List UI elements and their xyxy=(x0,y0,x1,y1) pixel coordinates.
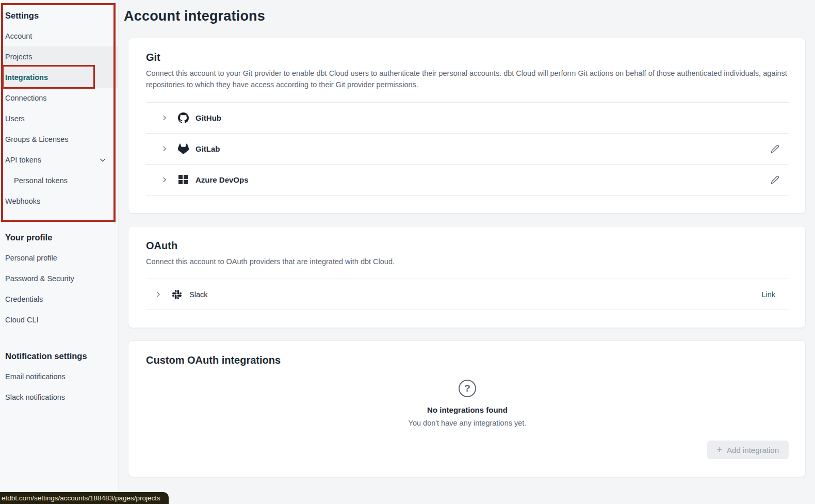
provider-row-azure-devops[interactable]: Azure DevOps xyxy=(146,165,789,196)
sidebar-item-webhooks[interactable]: Webhooks xyxy=(0,191,118,212)
github-icon xyxy=(177,112,189,123)
provider-name: Slack xyxy=(189,290,207,299)
provider-row-github[interactable]: GitHub xyxy=(146,103,789,134)
empty-state: ? No integrations found You don't have a… xyxy=(146,380,789,427)
settings-sidebar: Settings Account Projects Integrations C… xyxy=(0,0,119,504)
provider-row-slack[interactable]: Slack Link xyxy=(146,279,789,310)
custom-oauth-section-title: Custom OAuth integrations xyxy=(146,354,789,366)
chevron-right-icon[interactable] xyxy=(160,114,168,122)
sidebar-section-title-notification-settings: Notification settings xyxy=(0,346,118,366)
oauth-section-title: OAuth xyxy=(146,240,789,252)
card-footer: + Add integration xyxy=(146,441,789,459)
status-bar-url: etdbt.com/settings/accounts/188483/pages… xyxy=(0,492,169,504)
provider-name: GitHub xyxy=(195,113,221,122)
sidebar-item-personal-profile[interactable]: Personal profile xyxy=(0,248,118,268)
chevron-right-icon[interactable] xyxy=(154,290,162,298)
sidebar-item-email-notifications[interactable]: Email notifications xyxy=(0,366,118,387)
oauth-card: OAuth Connect this account to OAuth prov… xyxy=(128,226,806,329)
sidebar-item-users[interactable]: Users xyxy=(0,108,118,129)
chevron-right-icon[interactable] xyxy=(160,145,168,153)
gitlab-icon xyxy=(177,143,189,154)
add-integration-label: Add integration xyxy=(727,446,779,454)
sidebar-item-groups-licenses[interactable]: Groups & Licenses xyxy=(0,129,118,150)
sidebar-item-personal-tokens[interactable]: Personal tokens xyxy=(0,170,118,191)
slack-link-action[interactable]: Link xyxy=(761,290,775,299)
provider-row-gitlab[interactable]: GitLab xyxy=(146,134,789,165)
chevron-right-icon[interactable] xyxy=(160,176,168,184)
sidebar-item-account[interactable]: Account xyxy=(0,26,118,46)
git-section-description: Connect this account to your Git provide… xyxy=(146,68,789,91)
empty-state-title: No integrations found xyxy=(427,405,508,414)
question-circle-icon: ? xyxy=(459,380,476,397)
sidebar-item-projects[interactable]: Projects xyxy=(0,46,118,67)
chevron-down-icon xyxy=(99,156,107,164)
plus-icon: + xyxy=(717,445,723,454)
sidebar-section-title-your-profile: Your profile xyxy=(0,227,118,248)
sidebar-item-credentials[interactable]: Credentials xyxy=(0,289,118,310)
page-title: Account integrations xyxy=(124,8,806,24)
sidebar-item-slack-notifications[interactable]: Slack notifications xyxy=(0,387,118,408)
oauth-section-description: Connect this account to OAuth providers … xyxy=(146,256,789,268)
custom-oauth-card: Custom OAuth integrations ? No integrati… xyxy=(128,340,806,477)
sidebar-item-integrations[interactable]: Integrations xyxy=(0,67,118,88)
git-provider-list: GitHub GitLab xyxy=(146,102,789,196)
provider-name: Azure DevOps xyxy=(195,175,249,184)
sidebar-item-label: API tokens xyxy=(5,156,41,164)
sidebar-item-cloud-cli[interactable]: Cloud CLI xyxy=(0,310,118,330)
git-integrations-card: Git Connect this account to your Git pro… xyxy=(128,38,806,214)
slack-icon xyxy=(171,290,183,299)
empty-state-subtitle: You don't have any integrations yet. xyxy=(409,419,527,427)
edit-pencil-icon[interactable] xyxy=(769,142,781,155)
git-section-title: Git xyxy=(146,52,789,63)
provider-name: GitLab xyxy=(195,144,220,153)
azure-devops-icon xyxy=(177,175,189,184)
edit-pencil-icon[interactable] xyxy=(769,173,781,186)
main-content: Account integrations Git Connect this ac… xyxy=(119,0,815,504)
add-integration-button[interactable]: + Add integration xyxy=(707,441,789,459)
sidebar-item-connections[interactable]: Connections xyxy=(0,88,118,108)
sidebar-item-api-tokens[interactable]: API tokens xyxy=(0,150,118,170)
oauth-provider-list: Slack Link xyxy=(146,279,789,310)
sidebar-section-title-settings: Settings xyxy=(0,5,118,26)
sidebar-item-password-security[interactable]: Password & Security xyxy=(0,268,118,289)
